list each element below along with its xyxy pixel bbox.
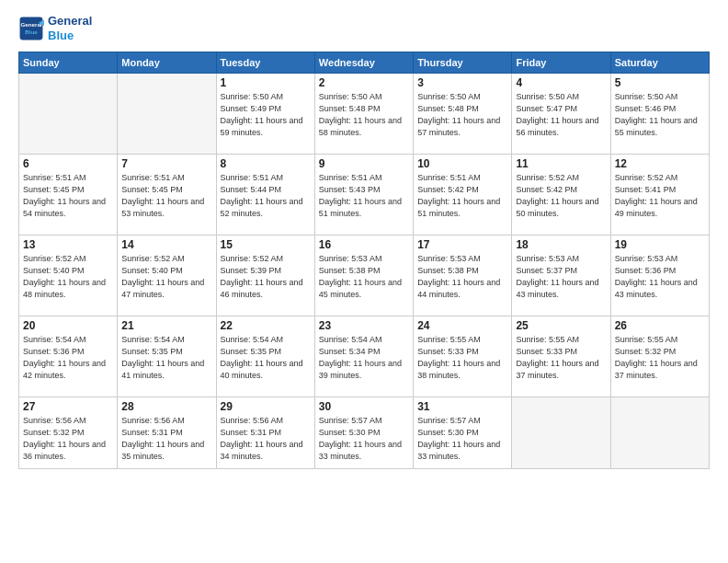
day-info: Sunrise: 5:51 AM Sunset: 5:42 PM Dayligh… [417, 172, 507, 220]
logo: General Blue General Blue [18, 14, 92, 42]
calendar-cell: 3Sunrise: 5:50 AM Sunset: 5:48 PM Daylig… [414, 74, 512, 155]
day-number: 18 [516, 238, 606, 251]
day-number: 27 [23, 400, 113, 413]
calendar-cell: 7Sunrise: 5:51 AM Sunset: 5:45 PM Daylig… [118, 155, 216, 236]
calendar-cell: 14Sunrise: 5:52 AM Sunset: 5:40 PM Dayli… [118, 236, 216, 316]
day-info: Sunrise: 5:55 AM Sunset: 5:33 PM Dayligh… [516, 334, 606, 382]
calendar-cell [118, 74, 216, 155]
calendar-cell: 12Sunrise: 5:52 AM Sunset: 5:41 PM Dayli… [610, 155, 709, 236]
header: General Blue General Blue [18, 14, 710, 42]
day-info: Sunrise: 5:51 AM Sunset: 5:44 PM Dayligh… [221, 172, 311, 220]
col-thursday: Thursday [414, 52, 512, 74]
col-monday: Monday [118, 52, 216, 74]
calendar-cell: 9Sunrise: 5:51 AM Sunset: 5:43 PM Daylig… [314, 155, 413, 236]
day-info: Sunrise: 5:54 AM Sunset: 5:35 PM Dayligh… [221, 334, 311, 382]
calendar-cell: 13Sunrise: 5:52 AM Sunset: 5:40 PM Dayli… [19, 236, 118, 316]
day-number: 5 [615, 76, 705, 89]
calendar-table: Sunday Monday Tuesday Wednesday Thursday… [18, 52, 710, 469]
day-number: 16 [319, 238, 409, 251]
day-number: 26 [615, 319, 705, 332]
day-info: Sunrise: 5:55 AM Sunset: 5:32 PM Dayligh… [615, 334, 705, 382]
calendar-cell: 19Sunrise: 5:53 AM Sunset: 5:36 PM Dayli… [610, 236, 709, 316]
day-number: 28 [121, 400, 211, 413]
day-info: Sunrise: 5:56 AM Sunset: 5:31 PM Dayligh… [221, 415, 311, 463]
logo-icon: General Blue [18, 16, 44, 41]
day-info: Sunrise: 5:56 AM Sunset: 5:31 PM Dayligh… [121, 415, 211, 463]
day-number: 21 [121, 319, 211, 332]
day-number: 11 [516, 157, 606, 170]
day-info: Sunrise: 5:52 AM Sunset: 5:39 PM Dayligh… [221, 253, 311, 301]
day-info: Sunrise: 5:50 AM Sunset: 5:47 PM Dayligh… [516, 91, 606, 139]
svg-text:Blue: Blue [25, 29, 38, 35]
day-number: 14 [121, 238, 211, 251]
logo-text-blue: Blue [48, 29, 92, 43]
day-number: 13 [23, 238, 113, 251]
day-info: Sunrise: 5:50 AM Sunset: 5:46 PM Dayligh… [615, 91, 705, 139]
day-info: Sunrise: 5:53 AM Sunset: 5:37 PM Dayligh… [516, 253, 606, 301]
col-tuesday: Tuesday [216, 52, 314, 74]
day-number: 7 [121, 157, 211, 170]
day-number: 31 [417, 400, 507, 413]
day-info: Sunrise: 5:55 AM Sunset: 5:33 PM Dayligh… [417, 334, 507, 382]
calendar-cell: 26Sunrise: 5:55 AM Sunset: 5:32 PM Dayli… [610, 316, 709, 397]
calendar-cell: 24Sunrise: 5:55 AM Sunset: 5:33 PM Dayli… [414, 316, 512, 397]
calendar-cell: 2Sunrise: 5:50 AM Sunset: 5:48 PM Daylig… [314, 74, 413, 155]
day-number: 3 [417, 76, 507, 89]
day-number: 10 [417, 157, 507, 170]
day-info: Sunrise: 5:52 AM Sunset: 5:40 PM Dayligh… [23, 253, 113, 301]
calendar-cell: 20Sunrise: 5:54 AM Sunset: 5:36 PM Dayli… [19, 316, 118, 397]
day-info: Sunrise: 5:53 AM Sunset: 5:38 PM Dayligh… [319, 253, 409, 301]
calendar-cell [512, 397, 610, 469]
calendar-cell: 22Sunrise: 5:54 AM Sunset: 5:35 PM Dayli… [216, 316, 314, 397]
calendar-cell: 17Sunrise: 5:53 AM Sunset: 5:38 PM Dayli… [414, 236, 512, 316]
week-row-3: 13Sunrise: 5:52 AM Sunset: 5:40 PM Dayli… [19, 236, 710, 316]
col-sunday: Sunday [19, 52, 118, 74]
calendar-cell: 31Sunrise: 5:57 AM Sunset: 5:30 PM Dayli… [414, 397, 512, 469]
calendar-cell: 1Sunrise: 5:50 AM Sunset: 5:49 PM Daylig… [216, 74, 314, 155]
col-wednesday: Wednesday [314, 52, 413, 74]
day-info: Sunrise: 5:57 AM Sunset: 5:30 PM Dayligh… [417, 415, 507, 463]
calendar-cell: 8Sunrise: 5:51 AM Sunset: 5:44 PM Daylig… [216, 155, 314, 236]
day-number: 30 [319, 400, 409, 413]
day-info: Sunrise: 5:56 AM Sunset: 5:32 PM Dayligh… [23, 415, 113, 463]
svg-text:General: General [20, 21, 41, 28]
day-info: Sunrise: 5:54 AM Sunset: 5:36 PM Dayligh… [23, 334, 113, 382]
day-number: 29 [221, 400, 311, 413]
day-number: 8 [221, 157, 311, 170]
day-number: 6 [23, 157, 113, 170]
calendar-cell [610, 397, 709, 469]
day-info: Sunrise: 5:50 AM Sunset: 5:48 PM Dayligh… [319, 91, 409, 139]
day-number: 25 [516, 319, 606, 332]
calendar-cell [19, 74, 118, 155]
calendar-cell: 11Sunrise: 5:52 AM Sunset: 5:42 PM Dayli… [512, 155, 610, 236]
calendar-cell: 30Sunrise: 5:57 AM Sunset: 5:30 PM Dayli… [314, 397, 413, 469]
week-row-2: 6Sunrise: 5:51 AM Sunset: 5:45 PM Daylig… [19, 155, 710, 236]
day-number: 24 [417, 319, 507, 332]
day-number: 22 [221, 319, 311, 332]
day-info: Sunrise: 5:52 AM Sunset: 5:40 PM Dayligh… [121, 253, 211, 301]
calendar-cell: 10Sunrise: 5:51 AM Sunset: 5:42 PM Dayli… [414, 155, 512, 236]
day-number: 17 [417, 238, 507, 251]
logo-text-general: General [48, 14, 92, 29]
calendar-cell: 25Sunrise: 5:55 AM Sunset: 5:33 PM Dayli… [512, 316, 610, 397]
day-info: Sunrise: 5:54 AM Sunset: 5:34 PM Dayligh… [319, 334, 409, 382]
day-info: Sunrise: 5:54 AM Sunset: 5:35 PM Dayligh… [121, 334, 211, 382]
day-info: Sunrise: 5:50 AM Sunset: 5:48 PM Dayligh… [417, 91, 507, 139]
col-saturday: Saturday [610, 52, 709, 74]
day-info: Sunrise: 5:53 AM Sunset: 5:36 PM Dayligh… [615, 253, 705, 301]
week-row-1: 1Sunrise: 5:50 AM Sunset: 5:49 PM Daylig… [19, 74, 710, 155]
header-row: Sunday Monday Tuesday Wednesday Thursday… [19, 52, 710, 74]
calendar-cell: 4Sunrise: 5:50 AM Sunset: 5:47 PM Daylig… [512, 74, 610, 155]
day-number: 4 [516, 76, 606, 89]
day-number: 15 [221, 238, 311, 251]
calendar-cell: 29Sunrise: 5:56 AM Sunset: 5:31 PM Dayli… [216, 397, 314, 469]
calendar-cell: 15Sunrise: 5:52 AM Sunset: 5:39 PM Dayli… [216, 236, 314, 316]
day-info: Sunrise: 5:53 AM Sunset: 5:38 PM Dayligh… [417, 253, 507, 301]
page: General Blue General Blue Sunday Monday … [0, 0, 728, 563]
day-number: 19 [615, 238, 705, 251]
day-info: Sunrise: 5:52 AM Sunset: 5:42 PM Dayligh… [516, 172, 606, 220]
calendar-cell: 18Sunrise: 5:53 AM Sunset: 5:37 PM Dayli… [512, 236, 610, 316]
calendar-cell: 16Sunrise: 5:53 AM Sunset: 5:38 PM Dayli… [314, 236, 413, 316]
day-info: Sunrise: 5:52 AM Sunset: 5:41 PM Dayligh… [615, 172, 705, 220]
day-info: Sunrise: 5:51 AM Sunset: 5:45 PM Dayligh… [23, 172, 113, 220]
